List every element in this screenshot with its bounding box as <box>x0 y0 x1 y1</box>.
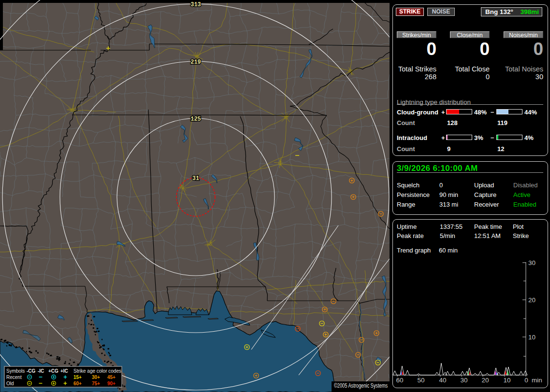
svg-text:30: 30 <box>528 259 536 266</box>
svg-text:+IC: +IC <box>60 368 68 374</box>
svg-text:0: 0 <box>524 377 528 384</box>
svg-text:30+: 30+ <box>92 375 100 380</box>
svg-text:60+: 60+ <box>73 381 82 386</box>
svg-text:30: 30 <box>460 377 467 384</box>
svg-text:Symbols: Symbols <box>6 368 25 374</box>
svg-text:125: 125 <box>190 116 201 123</box>
svg-text:min: min <box>532 377 542 384</box>
svg-text:-IC: -IC <box>38 368 44 374</box>
svg-text:10: 10 <box>528 334 536 341</box>
svg-text:219: 219 <box>190 59 201 66</box>
svg-text:313: 313 <box>190 1 201 8</box>
svg-text:10: 10 <box>503 377 510 384</box>
svg-text:50: 50 <box>417 377 424 384</box>
svg-text:20: 20 <box>528 296 536 304</box>
svg-text:20: 20 <box>481 377 489 384</box>
svg-text:60: 60 <box>396 377 403 384</box>
svg-text:75+: 75+ <box>92 381 100 386</box>
svg-text:Strike age color codes: Strike age color codes <box>73 368 121 374</box>
svg-text:+CG: +CG <box>48 368 58 374</box>
svg-text:©2005 Astrogenic Systems: ©2005 Astrogenic Systems <box>334 382 388 389</box>
svg-text:-CG: -CG <box>27 368 36 374</box>
svg-text:Recent: Recent <box>6 375 22 380</box>
svg-text:45+: 45+ <box>107 375 116 380</box>
svg-text:15+: 15+ <box>73 375 82 380</box>
svg-text:Old: Old <box>6 381 14 386</box>
svg-text:40: 40 <box>439 377 446 384</box>
svg-text:31: 31 <box>192 175 199 182</box>
svg-text:90+: 90+ <box>107 381 116 386</box>
